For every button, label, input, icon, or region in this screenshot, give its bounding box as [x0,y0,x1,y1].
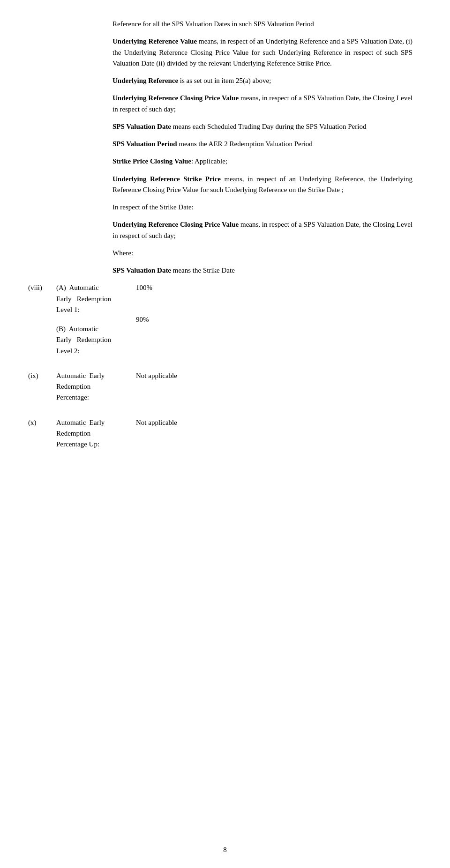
in-respect-block: In respect of the Strike Date: [112,202,412,213]
sub-a-value: 100% [136,282,422,293]
underlying-ref-closing-block: Underlying Reference Closing Price Value… [112,93,412,115]
sub-b-value: 90% [136,314,422,325]
main-content: Reference for all the SPS Valuation Date… [112,19,412,276]
col-label-ix: Automatic Early Redemption Percentage: [56,371,136,403]
sps-val-period-block: SPS Valuation Period means the AER 2 Red… [112,139,412,149]
sps-val-date-text: means each Scheduled Trading Day during … [171,123,366,130]
sub-a-label: (A) Automatic Early Redemption Level 1: [56,282,136,315]
underlying-ref-label: Underlying Reference [112,77,178,84]
sps-val-date2-label: SPS Valuation Date [112,267,171,274]
underlying-ref-strike-label: Underlying Reference Strike Price [112,175,221,183]
intro-line1-text: Reference for all the SPS Valuation Date… [112,20,314,28]
col-value-x: Not applicable [136,417,422,428]
where-text: Where: [112,249,133,257]
sps-val-date2-text: means the Strike Date [171,267,235,274]
sps-val-date-block: SPS Valuation Date means each Scheduled … [112,121,412,132]
col-roman-ix: (ix) [28,371,56,381]
sps-val-period-text: means the AER 2 Redemption Valuation Per… [177,140,313,148]
table-row-x: (x) Automatic Early Redemption Percentag… [28,417,422,450]
col-value-ix: Not applicable [136,371,422,381]
underlying-ref-value-label: Underlying Reference Value [112,37,197,45]
strike-price-closing-text: : Applicable; [191,157,227,165]
sps-val-period-label: SPS Valuation Period [112,140,177,148]
strike-price-closing-label: Strike Price Closing Value [112,157,191,165]
underlying-ref-closing-label: Underlying Reference Closing Price Value [112,94,239,102]
intro-line1: Reference for all the SPS Valuation Date… [112,19,412,30]
sub-b-label: (B) Automatic Early Redemption Level 2: [56,324,136,356]
page-number: 8 [0,846,450,854]
col-roman-viii: (viii) [28,282,56,293]
sps-val-date2-block: SPS Valuation Date means the Strike Date [112,265,412,276]
col-value-viii: 100% 90% [136,282,422,325]
strike-price-closing-block: Strike Price Closing Value: Applicable; [112,156,412,167]
col-roman-x: (x) [28,417,56,428]
in-respect-text: In respect of the Strike Date: [112,203,194,211]
table-section: (viii) (A) Automatic Early Redemption Le… [28,282,422,464]
col-label-x: Automatic Early Redemption Percentage Up… [56,417,136,450]
where-block: Where: [112,248,412,259]
sps-val-date-label: SPS Valuation Date [112,123,171,130]
table-row-viii: (viii) (A) Automatic Early Redemption Le… [28,282,422,356]
col-label-viii: (A) Automatic Early Redemption Level 1: … [56,282,136,356]
underlying-ref-strike-block: Underlying Reference Strike Price means,… [112,174,412,196]
underlying-ref-closing2-block: Underlying Reference Closing Price Value… [112,219,412,241]
underlying-ref-value-block: Underlying Reference Value means, in res… [112,36,412,69]
underlying-ref-closing2-label: Underlying Reference Closing Price Value [112,221,239,228]
page: Reference for all the SPS Valuation Date… [0,0,450,868]
table-row-ix: (ix) Automatic Early Redemption Percenta… [28,371,422,403]
underlying-ref-text: is as set out in item 25(a) above; [178,77,271,84]
underlying-ref-block: Underlying Reference is as set out in it… [112,75,412,86]
